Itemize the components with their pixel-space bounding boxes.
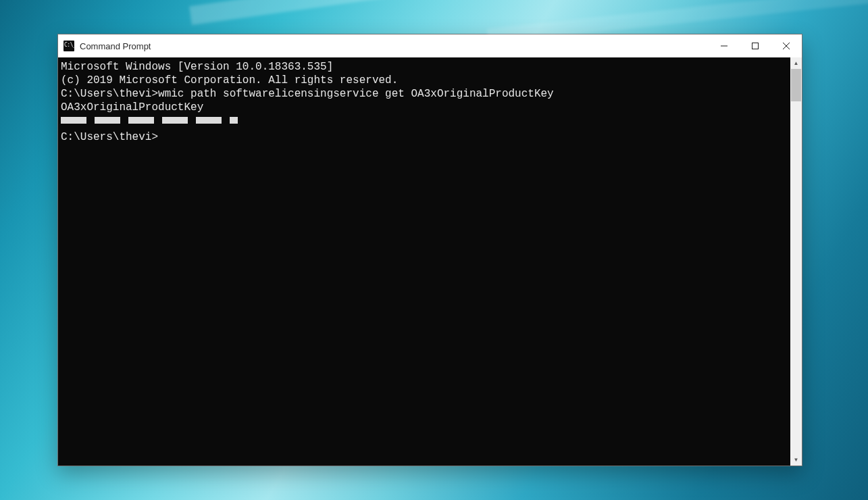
titlebar[interactable]: Command Prompt (58, 34, 802, 57)
scroll-down-arrow-icon[interactable]: ▼ (790, 454, 802, 466)
command-prompt-window: Command Prompt Microsoft Windows [Versio… (57, 34, 802, 466)
window-controls (709, 34, 802, 57)
console-output[interactable]: Microsoft Windows [Version 10.0.18363.53… (58, 57, 790, 466)
scrollbar-track[interactable] (790, 69, 802, 454)
console-line: C:\Users\thevi>wmic path softwarelicensi… (61, 87, 789, 101)
scrollbar-thumb[interactable] (791, 69, 801, 101)
svg-rect-1 (752, 43, 759, 49)
console-line: Microsoft Windows [Version 10.0.18363.53… (61, 60, 789, 74)
console-line-redacted (61, 114, 789, 130)
vertical-scrollbar[interactable]: ▲ ▼ (790, 57, 802, 466)
close-button[interactable] (771, 34, 802, 57)
console-line: (c) 2019 Microsoft Corporation. All righ… (61, 74, 789, 87)
window-title: Command Prompt (80, 41, 151, 51)
redacted-product-key (61, 117, 238, 124)
console-prompt[interactable]: C:\Users\thevi> (61, 130, 789, 144)
maximize-button[interactable] (740, 34, 771, 57)
scroll-up-arrow-icon[interactable]: ▲ (790, 57, 802, 69)
console-line: OA3xOriginalProductKey (61, 101, 789, 114)
minimize-button[interactable] (709, 34, 740, 57)
cmd-icon (63, 41, 74, 51)
client-area: Microsoft Windows [Version 10.0.18363.53… (58, 57, 802, 466)
